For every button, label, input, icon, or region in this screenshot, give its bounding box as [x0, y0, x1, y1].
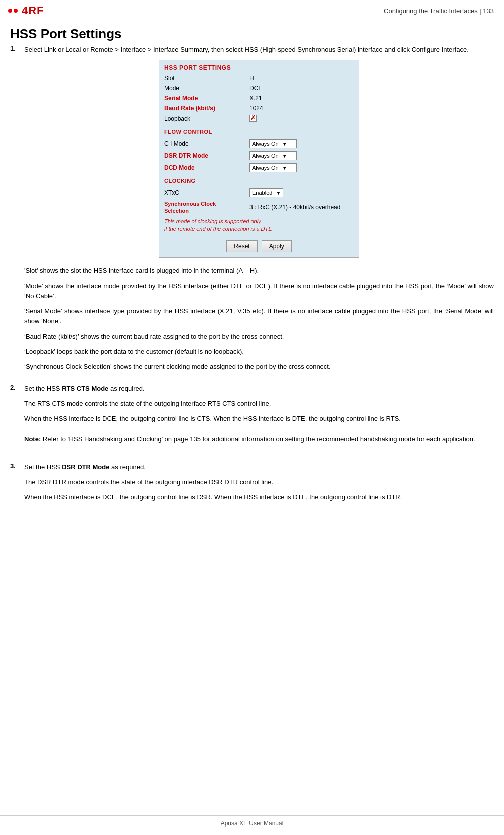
hss-value-serial: X.21 [249, 95, 262, 102]
step-1-number: 1. [10, 45, 20, 377]
step-2-text-before: Set the HSS [24, 385, 62, 392]
mode-desc: 'Mode' shows the interface mode provided… [24, 281, 494, 301]
step-2: 2. Set the HSS RTS CTS Mode as required.… [10, 384, 494, 455]
page-title: HSS Port Settings [0, 21, 504, 45]
hss-row-dsr: DSR DTR Mode Always On ▼ [159, 150, 359, 162]
hss-label-dsr: DSR DTR Mode [164, 152, 249, 159]
sync-desc: ‘Synchronous Clock Selection’ shows the … [24, 362, 494, 372]
step-3: 3. Set the HSS DSR DTR Mode as required.… [10, 462, 494, 507]
header-page-info: Configuring the Traffic Interfaces | 133 [384, 7, 494, 15]
hss-value-loopback: ✗ [249, 115, 257, 123]
hss-row-xtxc: XTxC Enabled ▼ [159, 187, 359, 199]
page-header: 4RF Configuring the Traffic Interfaces |… [0, 0, 504, 21]
note-label: Note: [24, 435, 41, 443]
dcd-dropdown-arrow: ▼ [282, 165, 287, 171]
clocking-header: CLOCKING [159, 176, 359, 186]
hss-label-xtxc: XTxC [164, 189, 249, 196]
note-text: Note: Refer to ‘HSS Handshaking and Cloc… [24, 434, 494, 444]
step-2-number: 2. [10, 384, 20, 455]
serial-desc: 'Serial Mode' shows interface type provi… [24, 306, 494, 326]
dsr-dropdown-arrow: ▼ [282, 153, 287, 159]
step-3-content: Set the HSS DSR DTR Mode as required. Th… [24, 462, 494, 507]
hss-row-loopback: Loopback ✗ [159, 113, 359, 125]
step-2-text-after: as required. [108, 385, 144, 392]
hss-value-ci: Always On ▼ [249, 139, 297, 148]
step-2-para2: When the HSS interface is DCE, the outgo… [24, 414, 494, 424]
ci-dropdown-arrow: ▼ [282, 141, 287, 147]
logo-dot-1 [8, 9, 12, 13]
hss-value-sync: 3 : RxC (X.21) - 40kbit/s overhead [249, 204, 340, 211]
hss-value-dcd: Always On ▼ [249, 163, 297, 172]
hss-label-slot: Slot [164, 75, 249, 82]
hss-panel: HSS PORT SETTINGS Slot H Mode DCE Serial… [159, 60, 359, 258]
flow-control-header: FLOW CONTROL [159, 127, 359, 137]
step-2-bold: RTS CTS Mode [62, 385, 108, 392]
xtxc-dropdown-arrow: ▼ [276, 190, 281, 196]
hss-value-mode: DCE [249, 85, 262, 92]
checkbox-x: ✗ [250, 114, 256, 121]
step-3-para1: The DSR DTR mode controls the state of t… [24, 477, 494, 487]
hss-label-sync: Synchronous ClockSelection [164, 200, 249, 215]
reset-button[interactable]: Reset [226, 240, 257, 252]
step-2-intro: Set the HSS RTS CTS Mode as required. [24, 384, 494, 394]
hss-row-dcd: DCD Mode Always On ▼ [159, 162, 359, 174]
slot-desc: 'Slot' shows the slot the HSS interface … [24, 266, 494, 276]
hss-row-mode: Mode DCE [159, 83, 359, 93]
step-2-para1: The RTS CTS mode controls the state of t… [24, 399, 494, 409]
step-3-intro: Set the HSS DSR DTR Mode as required. [24, 462, 494, 472]
footer: Aprisa XE User Manual [0, 815, 504, 827]
hss-label-mode: Mode [164, 85, 249, 92]
hss-row-sync: Synchronous ClockSelection 3 : RxC (X.21… [159, 199, 359, 216]
logo-area: 4RF [8, 4, 44, 17]
hss-value-baud: 1024 [249, 105, 263, 112]
step-1: 1. Select Link or Local or Remote > Inte… [10, 45, 494, 377]
hss-label-baud: Baud Rate (kbit/s) [164, 105, 249, 112]
note-body: Refer to ‘HSS Handshaking and Clocking’ … [41, 435, 475, 443]
hss-row-serial: Serial Mode X.21 [159, 93, 359, 103]
content-area: 1. Select Link or Local or Remote > Inte… [0, 45, 504, 524]
hss-label-loopback: Loopback [164, 115, 249, 122]
step-3-bold: DSR DTR Mode [62, 463, 109, 471]
step-1-text: Select Link or Local or Remote > Interfa… [24, 45, 494, 55]
hss-row-ci: C I Mode Always On ▼ [159, 138, 359, 150]
step-3-text-after: as required. [110, 463, 146, 471]
xtxc-enabled[interactable]: Enabled ▼ [249, 188, 283, 197]
step-2-content: Set the HSS RTS CTS Mode as required. Th… [24, 384, 494, 455]
hss-buttons-area: Reset Apply [159, 236, 359, 257]
hss-row-baud: Baud Rate (kbit/s) 1024 [159, 103, 359, 113]
dcd-mode-dropdown[interactable]: Always On ▼ [249, 163, 297, 172]
logo-icon [8, 9, 18, 13]
hss-value-slot: H [249, 75, 254, 82]
hss-label-ci: C I Mode [164, 140, 249, 147]
step-3-para2: When the HSS interface is DCE, the outgo… [24, 492, 494, 502]
clocking-note: This mode of clocking is supported only … [159, 216, 359, 236]
apply-button[interactable]: Apply [262, 240, 292, 252]
hss-label-serial: Serial Mode [164, 95, 249, 102]
logo-dot-2 [14, 9, 18, 13]
note-box: Note: Refer to ‘HSS Handshaking and Cloc… [24, 430, 494, 449]
dsr-mode-dropdown[interactable]: Always On ▼ [249, 151, 297, 160]
hss-value-dsr: Always On ▼ [249, 151, 297, 160]
logo-text: 4RF [22, 4, 44, 17]
step-3-number: 3. [10, 462, 20, 507]
loopback-checkbox[interactable]: ✗ [249, 115, 257, 122]
ci-mode-dropdown[interactable]: Always On ▼ [249, 139, 297, 148]
hss-label-dcd: DCD Mode [164, 164, 249, 171]
step-3-text-before: Set the HSS [24, 463, 62, 471]
hss-panel-title: HSS PORT SETTINGS [159, 60, 359, 73]
hss-row-slot: Slot H [159, 73, 359, 83]
hss-value-xtxc: Enabled ▼ [249, 188, 283, 197]
baud-desc: ‘Baud Rate (kbit/s)’ shows the current b… [24, 332, 494, 342]
loopback-desc: ‘Loopback’ loops back the port data to t… [24, 347, 494, 357]
step-1-content: Select Link or Local or Remote > Interfa… [24, 45, 494, 377]
